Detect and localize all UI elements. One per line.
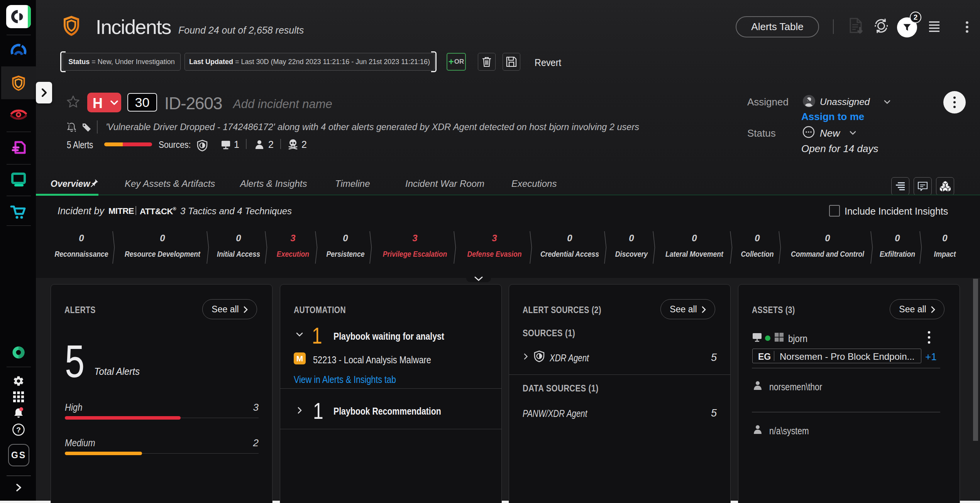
- svg-text:?: ?: [16, 426, 21, 434]
